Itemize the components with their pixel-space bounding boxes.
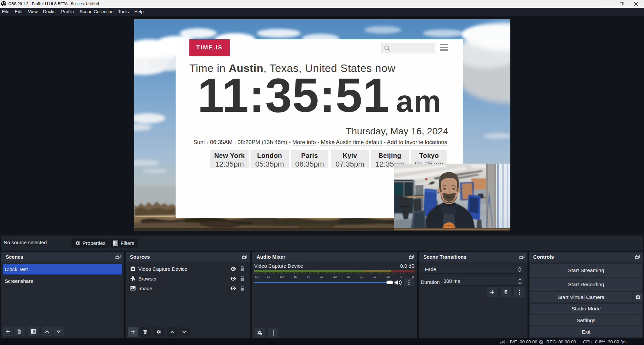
svg-text:-35: -35 — [319, 275, 324, 278]
svg-text:-5: -5 — [399, 275, 402, 278]
svg-text:-30: -30 — [332, 275, 337, 278]
svg-text:-60: -60 — [254, 275, 259, 278]
svg-text:-45: -45 — [292, 275, 297, 278]
svg-text:-10: -10 — [385, 275, 390, 278]
svg-text:-20: -20 — [359, 275, 363, 278]
svg-text:-55: -55 — [266, 275, 271, 278]
svg-text:-25: -25 — [346, 275, 350, 278]
svg-text:-40: -40 — [306, 275, 310, 278]
svg-text:-50: -50 — [279, 275, 284, 278]
svg-text:-15: -15 — [372, 275, 377, 278]
